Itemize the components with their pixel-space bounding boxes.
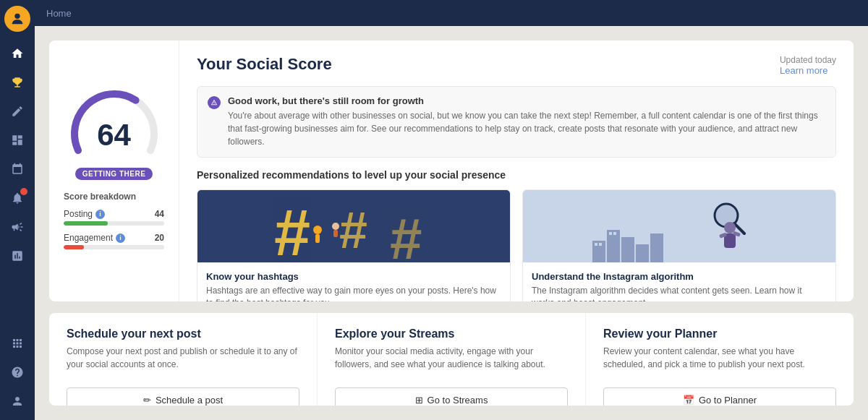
engagement-info-icon[interactable]: i: [116, 233, 125, 243]
algorithm-card-image: [523, 190, 835, 262]
algorithm-card-desc: The Instagram algorithm decides what con…: [532, 285, 827, 301]
posting-bar-track: [64, 221, 164, 226]
notification-badge: [20, 188, 27, 195]
svg-rect-16: [599, 243, 602, 246]
schedule-card-title: Schedule your next post: [67, 327, 299, 340]
score-header: Your Social Score Updated today Learn mo…: [197, 55, 836, 76]
posting-info-icon[interactable]: i: [95, 210, 105, 219]
score-item-engagement-value: 20: [155, 233, 164, 243]
rec-card-hashtag: # # # Know your hashtags: [197, 189, 511, 301]
action-card-streams: Explore your Streams Monitor your social…: [318, 313, 586, 406]
schedule-post-button[interactable]: ✏ Schedule a post: [67, 387, 299, 406]
sidebar-item-trophy[interactable]: [4, 69, 30, 95]
hashtag-card-title: Know your hashtags: [206, 271, 501, 282]
score-item-posting-label: Posting i: [64, 209, 105, 219]
score-item-engagement: Engagement i 20: [64, 233, 164, 249]
sidebar: [0, 0, 35, 420]
hashtag-card-desc: Hashtags are an effective way to gain mo…: [206, 285, 501, 301]
gauge-container: 64: [67, 85, 161, 158]
topbar-title: Home: [46, 8, 72, 19]
content-area: 64 GETTING THERE Score breakdown Posting…: [35, 26, 868, 420]
go-to-planner-button[interactable]: 📅 Go to Planner: [603, 387, 836, 406]
main-content: Home 64 GETTING THERE Score breakd: [35, 0, 868, 420]
svg-text:#: #: [274, 197, 310, 262]
learn-more-link[interactable]: Learn more: [780, 65, 836, 76]
posting-bar-fill: [64, 221, 108, 226]
schedule-btn-label: Schedule a post: [156, 395, 223, 406]
svg-text:#: #: [339, 202, 367, 259]
score-item-posting: Posting i 44: [64, 209, 164, 226]
score-breakdown-title: Score breakdown: [64, 192, 164, 202]
algorithm-card-body: Understand the Instagram algorithm The I…: [523, 262, 835, 301]
bottom-section: Schedule your next post Compose your nex…: [49, 313, 854, 406]
social-score-card: 64 GETTING THERE Score breakdown Posting…: [49, 40, 854, 301]
svg-rect-14: [650, 233, 663, 262]
sidebar-item-notifications[interactable]: [4, 185, 30, 211]
score-item-posting-value: 44: [155, 209, 164, 219]
schedule-btn-icon: ✏: [143, 395, 151, 406]
planner-btn-label: Go to Planner: [699, 395, 757, 406]
score-title: Your Social Score: [197, 55, 332, 74]
score-breakdown: Score breakdown Posting i 44: [64, 192, 164, 257]
svg-rect-6: [315, 234, 320, 243]
score-label: GETTING THERE: [75, 168, 153, 180]
hashtag-card-image: # # #: [197, 190, 510, 262]
score-gauge-section: 64 GETTING THERE Score breakdown Posting…: [49, 40, 179, 301]
alert-icon: [208, 96, 221, 109]
svg-point-5: [313, 226, 322, 234]
engagement-bar-fill: [64, 245, 84, 249]
svg-rect-12: [621, 237, 634, 262]
engagement-bar-track: [64, 245, 164, 249]
svg-rect-13: [636, 244, 649, 262]
planner-btn-icon: 📅: [683, 395, 694, 406]
hashtag-card-body: Know your hashtags Hashtags are an effec…: [197, 262, 510, 301]
score-updated-block: Updated today Learn more: [780, 55, 836, 76]
alert-body: You're about average with other business…: [228, 109, 825, 148]
topbar: Home: [35, 0, 868, 26]
svg-rect-17: [609, 232, 612, 235]
streams-btn-icon: ⊞: [415, 395, 423, 406]
sidebar-item-help[interactable]: [4, 359, 30, 385]
schedule-card-desc: Compose your next post and publish or sc…: [67, 345, 299, 377]
sidebar-item-campaigns[interactable]: [4, 214, 30, 240]
sidebar-item-apps[interactable]: [4, 330, 30, 356]
alert-box: Good work, but there's still room for gr…: [197, 86, 836, 158]
sidebar-item-planner[interactable]: [4, 156, 30, 182]
alert-content: Good work, but there's still room for gr…: [228, 95, 825, 148]
action-card-planner: Review your Planner Review your content …: [586, 313, 854, 406]
planner-card-desc: Review your content calendar, see what y…: [603, 345, 836, 377]
go-to-streams-button[interactable]: ⊞ Go to Streams: [335, 387, 568, 406]
score-number: 64: [97, 120, 131, 150]
recommendations-title: Personalized recommendations to level up…: [197, 169, 836, 181]
svg-rect-18: [613, 232, 616, 235]
score-details-section: Your Social Score Updated today Learn mo…: [179, 40, 854, 301]
streams-card-title: Explore your Streams: [335, 327, 568, 340]
rec-cards: # # # Know your hashtags: [197, 189, 836, 301]
streams-card-desc: Monitor your social media activity, enga…: [335, 345, 568, 377]
streams-btn-label: Go to Streams: [427, 395, 488, 406]
algorithm-card-title: Understand the Instagram algorithm: [532, 271, 827, 282]
score-item-engagement-label: Engagement i: [64, 233, 125, 243]
sidebar-item-dashboard[interactable]: [4, 127, 30, 153]
score-updated-text: Updated today: [780, 55, 836, 65]
alert-title: Good work, but there's still room for gr…: [228, 95, 825, 106]
svg-point-7: [332, 223, 339, 230]
action-card-schedule: Schedule your next post Compose your nex…: [49, 313, 318, 406]
sidebar-item-analytics[interactable]: [4, 243, 30, 269]
app-logo[interactable]: [4, 6, 30, 32]
svg-rect-8: [333, 230, 338, 237]
sidebar-item-profile[interactable]: [4, 388, 30, 414]
svg-text:#: #: [390, 207, 422, 262]
planner-card-title: Review your Planner: [603, 327, 836, 340]
svg-rect-15: [595, 243, 597, 246]
sidebar-item-compose[interactable]: [4, 98, 30, 124]
sidebar-item-home[interactable]: [4, 40, 30, 67]
svg-point-0: [14, 14, 20, 19]
rec-card-algorithm: Understand the Instagram algorithm The I…: [522, 189, 836, 301]
